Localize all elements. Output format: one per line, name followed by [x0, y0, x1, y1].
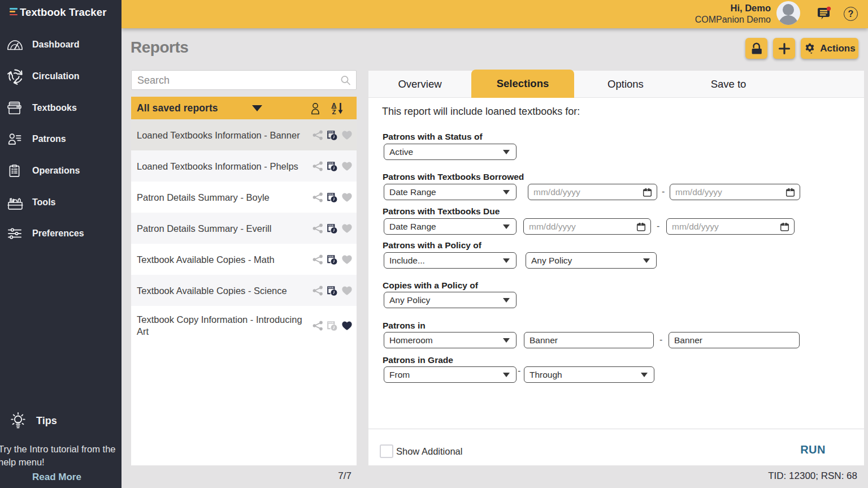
- svg-text:Z: Z: [332, 109, 336, 115]
- svg-text:A: A: [332, 102, 336, 109]
